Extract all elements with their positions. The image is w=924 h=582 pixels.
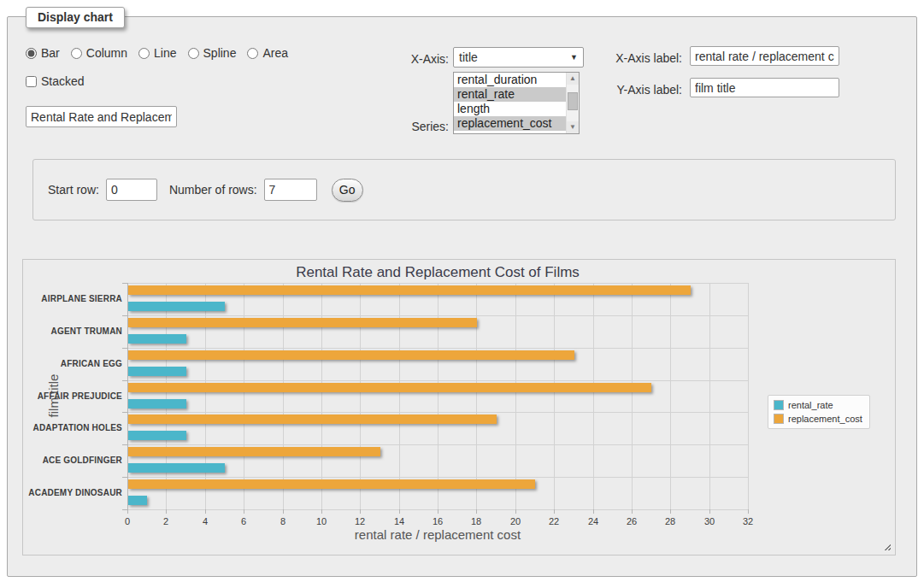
gridline-vertical	[321, 283, 322, 509]
x-axis-tick	[593, 509, 594, 514]
x-tick-label: 30	[697, 516, 722, 526]
x-axis-select-label: X-Axis:	[368, 52, 449, 66]
scrollbar-track[interactable]	[567, 85, 579, 121]
x-tick-label: 28	[657, 516, 683, 526]
x-tick-label: 20	[503, 516, 528, 526]
x-axis-tick	[244, 509, 244, 514]
bar-replacement_cost[interactable]	[128, 479, 535, 489]
start-row-label: Start row:	[48, 183, 99, 197]
stacked-label: Stacked	[41, 74, 85, 88]
x-axis-tick	[670, 509, 671, 514]
bar-replacement_cost[interactable]	[128, 414, 497, 424]
x-tick-label: 0	[115, 516, 140, 526]
x-tick-label: 32	[735, 516, 761, 526]
radio-bar-label: Bar	[41, 46, 60, 60]
bar-rental_rate[interactable]	[128, 431, 186, 440]
bar-rental_rate[interactable]	[128, 399, 186, 409]
x-axis-tick	[321, 509, 322, 514]
chart-type-radio-column[interactable]: Column	[71, 46, 127, 60]
bar-replacement_cost[interactable]	[128, 318, 477, 327]
bar-rental_rate[interactable]	[128, 496, 147, 505]
x-tick-label: 6	[231, 516, 256, 526]
bar-replacement_cost[interactable]	[128, 350, 574, 360]
gridline-vertical	[515, 283, 516, 509]
chart-legend: rental_ratereplacement_cost	[768, 395, 870, 429]
x-axis-select[interactable]: title ▼	[453, 47, 584, 68]
radio-area[interactable]	[247, 48, 258, 59]
gridline-vertical	[283, 283, 284, 509]
bar-rental_rate[interactable]	[128, 367, 186, 376]
series-options: rental_durationrental_ratelengthreplacem…	[454, 73, 566, 133]
radio-bar[interactable]	[26, 48, 37, 59]
x-axis-tick	[438, 509, 438, 514]
category-tick	[122, 348, 127, 349]
chart-type-radio-line[interactable]: Line	[138, 46, 176, 60]
gridline-vertical	[593, 283, 594, 509]
scrollbar-down-icon[interactable]: ▼	[567, 121, 579, 133]
gridline-vertical	[476, 283, 477, 509]
x-axis-label-field-label: X-Axis label:	[597, 51, 682, 65]
series-option[interactable]: length	[454, 102, 566, 116]
stacked-checkbox[interactable]	[26, 76, 37, 87]
bar-replacement_cost[interactable]	[128, 383, 651, 392]
plot-area: 02468101214161820222426283032AIRPLANE SI…	[127, 283, 748, 509]
legend-item-replacement_cost[interactable]: replacement_cost	[774, 414, 862, 424]
scrollbar-up-icon[interactable]: ▲	[567, 73, 579, 85]
gridline-vertical	[554, 283, 555, 509]
radio-line[interactable]	[138, 48, 150, 59]
radio-spline[interactable]	[188, 48, 199, 59]
gridline-vertical	[748, 283, 749, 509]
bar-replacement_cost[interactable]	[128, 447, 380, 456]
x-axis-tick	[476, 509, 477, 514]
x-tick-label: 8	[270, 516, 296, 526]
gridline-vertical	[399, 283, 400, 509]
bar-replacement_cost[interactable]	[128, 285, 691, 295]
y-axis-label-input[interactable]	[690, 78, 839, 97]
resize-handle-icon[interactable]	[882, 542, 891, 550]
x-tick-label: 26	[619, 516, 644, 526]
radio-spline-label: Spline	[203, 46, 237, 60]
x-axis-label-input[interactable]	[690, 46, 839, 66]
category-label: AFFAIR PREJUDICE	[18, 391, 122, 401]
chart-type-radio-area[interactable]: Area	[247, 46, 288, 60]
chart-type-radio-spline[interactable]: Spline	[188, 46, 237, 60]
category-label: AFRICAN EGG	[18, 359, 122, 368]
number-of-rows-label: Number of rows:	[169, 183, 257, 197]
category-label: ACE GOLDFINGER	[18, 456, 122, 465]
category-tick	[122, 315, 127, 316]
series-listbox[interactable]: rental_durationrental_ratelengthreplacem…	[453, 72, 580, 134]
legend-item-rental_rate[interactable]: rental_rate	[774, 400, 862, 410]
category-tick	[122, 444, 127, 445]
series-listbox-scrollbar[interactable]: ▲ ▼	[566, 73, 579, 133]
number-of-rows-input[interactable]	[264, 179, 317, 201]
bar-rental_rate[interactable]	[128, 334, 186, 344]
gridline-vertical	[438, 283, 438, 509]
category-label: ADAPTATION HOLES	[18, 423, 122, 432]
app-window: Display chart Bar Column Line Spline Are…	[0, 0, 924, 582]
radio-column[interactable]	[71, 48, 82, 59]
go-button[interactable]: Go	[332, 179, 363, 202]
series-option[interactable]: rental_rate	[454, 87, 566, 102]
stacked-checkbox-wrap[interactable]: Stacked	[26, 74, 85, 88]
x-axis-tick	[283, 509, 284, 514]
legend-swatch-icon	[774, 414, 784, 424]
category-label: AGENT TRUMAN	[18, 326, 122, 336]
chart-type-radio-bar[interactable]: Bar	[26, 46, 60, 60]
start-row-input[interactable]	[106, 179, 157, 201]
chart-title-input[interactable]	[26, 106, 177, 127]
select-dropdown-arrow-icon: ▼	[570, 53, 578, 62]
series-option[interactable]: replacement_cost	[454, 116, 566, 131]
x-axis-tick	[127, 509, 128, 514]
scrollbar-thumb[interactable]	[568, 92, 578, 110]
gridline-vertical	[360, 283, 361, 509]
x-axis-tick	[399, 509, 400, 514]
bar-rental_rate[interactable]	[128, 463, 225, 473]
category-tick	[122, 283, 127, 284]
x-axis-tick	[205, 509, 206, 514]
legend-label: replacement_cost	[788, 414, 862, 424]
bar-rental_rate[interactable]	[128, 302, 225, 311]
chart-type-radio-group: Bar Column Line Spline Area	[26, 46, 288, 60]
category-label: AIRPLANE SIERRA	[18, 294, 122, 303]
x-axis-tick	[166, 509, 167, 514]
series-option[interactable]: rental_duration	[454, 73, 566, 87]
